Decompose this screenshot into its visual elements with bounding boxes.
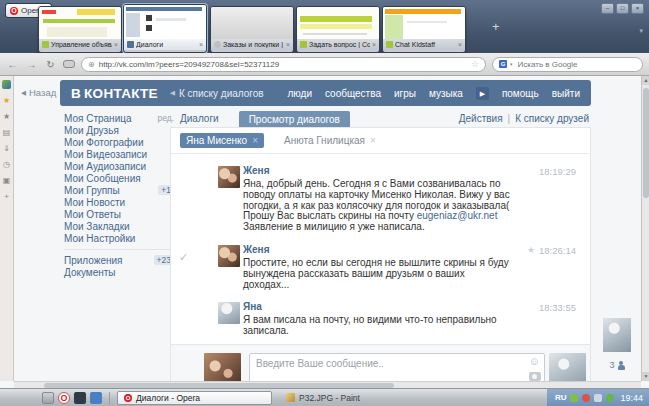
panels-icon[interactable] <box>2 80 11 89</box>
windows-icon[interactable]: ▣ <box>3 176 11 185</box>
page-back-link[interactable]: ◀ Назад <box>21 87 56 98</box>
search-input[interactable] <box>516 59 636 70</box>
close-tab-icon[interactable]: × <box>458 41 462 48</box>
wand-icon[interactable] <box>63 60 75 68</box>
language-indicator[interactable]: RU <box>555 393 567 402</box>
tab-thumbnail <box>297 7 379 39</box>
bookmark-star-icon[interactable]: ☆ <box>471 59 479 69</box>
menu-my-audio[interactable]: Мои Аудиозаписи <box>64 160 174 172</box>
search-field[interactable]: G ▾ <box>492 57 643 72</box>
tray-security-icon[interactable] <box>582 394 590 402</box>
back-button[interactable]: ← <box>6 58 19 71</box>
important-star-icon[interactable]: ★ <box>527 245 535 255</box>
task-button-paint[interactable]: P32.JPG - Paint <box>280 391 366 405</box>
media-player-icon[interactable] <box>74 392 86 404</box>
url-input[interactable] <box>99 60 467 69</box>
sender-name-link[interactable]: Яна <box>243 301 262 312</box>
menu-my-friends[interactable]: Мои Друзья <box>64 124 174 136</box>
email-link[interactable]: eugeniaz@ukr.net <box>417 210 498 221</box>
close-tab-icon[interactable]: × <box>199 41 203 48</box>
online-count: 3 <box>609 360 614 370</box>
menu-my-news[interactable]: Мои Новости <box>64 196 174 208</box>
tab-dialogs-link[interactable]: Диалоги <box>180 113 219 124</box>
task-button-opera[interactable]: O Диалоги - Opera <box>117 391 272 405</box>
tab-ask-question[interactable]: Задать вопрос | Совет... × <box>296 6 380 53</box>
add-panel-icon[interactable]: + <box>4 192 9 201</box>
show-desktop-icon[interactable] <box>42 392 54 404</box>
scroll-down-arrow[interactable]: ▼ <box>642 372 649 381</box>
tab-view-dialogs[interactable]: Просмотр диалогов <box>239 111 350 127</box>
menu-my-bookmarks[interactable]: Мои Закладки <box>64 220 174 232</box>
message-row: Женя 18:19:29 Яна, добрый день. Сегодня … <box>171 157 590 236</box>
opera-side-panel: ★ ★ ▤ ⇓ ◷ ▣ + <box>0 76 14 381</box>
scroll-up-arrow[interactable]: ▲ <box>642 76 649 85</box>
window-restore-button[interactable]: □ <box>616 3 629 14</box>
actions-link[interactable]: Действия <box>459 113 503 124</box>
widgets-star-icon[interactable]: ★ <box>3 112 10 121</box>
to-friend-list-link[interactable]: К списку друзей <box>515 113 589 124</box>
nav-people-link[interactable]: люди <box>287 88 312 99</box>
window-minimize-button[interactable]: – <box>601 3 614 14</box>
menu-my-groups[interactable]: Мои Группы +1 <box>64 184 174 196</box>
nav-communities-link[interactable]: сообщества <box>325 88 381 99</box>
selected-check-icon[interactable]: ✓ <box>179 251 188 264</box>
tab-orders[interactable]: Заказы и покупки | Со... × <box>210 6 294 53</box>
close-tab-icon[interactable]: × <box>114 41 118 48</box>
tray-network-icon[interactable] <box>594 394 602 402</box>
forward-button[interactable]: → <box>25 58 38 71</box>
close-tab-icon[interactable]: × <box>372 41 376 48</box>
avatar[interactable] <box>218 166 240 188</box>
vertical-scrollbar[interactable]: ▲ ▼ <box>641 76 649 381</box>
opera-quicklaunch-icon[interactable]: O <box>58 392 70 404</box>
to-dialog-list-link[interactable]: ◀ К списку диалогов <box>170 88 264 99</box>
bookmarks-icon[interactable]: ★ <box>3 96 10 105</box>
menu-my-videos[interactable]: Мои Видеозаписи <box>64 148 174 160</box>
menu-documents[interactable]: Документы <box>64 266 174 278</box>
window-close-button[interactable]: × <box>631 3 644 14</box>
vertical-scroll-thumb[interactable] <box>643 88 649 198</box>
reload-button[interactable]: ↻ <box>44 58 57 71</box>
nav-help-link[interactable]: помощь <box>502 88 539 99</box>
tab-chat-kidstaff[interactable]: Chat Kidstaff × <box>382 6 466 53</box>
vk-logo[interactable]: В КОНТАКТЕ <box>71 86 158 101</box>
url-field[interactable]: ⊕ ☆ <box>81 57 486 72</box>
menu-my-messages[interactable]: Мои Сообщения <box>64 172 174 184</box>
menu-apps[interactable]: Приложения +23 <box>64 254 174 266</box>
nav-games-link[interactable]: игры <box>394 88 416 99</box>
tray-update-icon[interactable] <box>570 394 578 402</box>
menu-my-photos[interactable]: Мои Фотографии <box>64 136 174 148</box>
new-tab-button[interactable]: + <box>492 19 500 34</box>
tray-status-icon[interactable] <box>606 394 614 402</box>
menu-label: Мои Группы <box>64 185 120 196</box>
avatar[interactable] <box>218 302 240 324</box>
tab-title: Заказы и покупки | Со... <box>223 41 284 48</box>
online-friend-avatar[interactable] <box>603 318 631 352</box>
attach-photo-icon[interactable] <box>529 372 541 381</box>
notes-icon[interactable]: ▤ <box>3 128 11 137</box>
nav-more-arrow-button[interactable]: ▶ <box>476 87 489 100</box>
chip-anyuta-gnilitskaya[interactable]: Анюта Гнилицкая × <box>278 133 382 148</box>
remove-chip-icon[interactable]: × <box>252 135 258 146</box>
avatar[interactable] <box>218 245 240 267</box>
menu-my-replies[interactable]: Мои Ответы <box>64 208 174 220</box>
file-manager-icon[interactable] <box>90 392 102 404</box>
emoticon-picker-icon[interactable]: ☺ <box>529 355 540 367</box>
close-tab-icon[interactable]: × <box>286 41 290 48</box>
menu-my-page[interactable]: Моя Страница ред. <box>64 112 174 124</box>
history-icon[interactable]: ◷ <box>3 160 10 169</box>
tab-dialogs[interactable]: Диалоги × <box>123 4 207 53</box>
nav-logout-link[interactable]: выйти <box>552 88 580 99</box>
chip-label: Яна Мисенко <box>186 135 247 146</box>
sender-name-link[interactable]: Женя <box>243 165 269 176</box>
remove-chip-icon[interactable]: × <box>370 135 376 146</box>
downloads-icon[interactable]: ⇓ <box>3 144 10 153</box>
search-engine-chevron-icon[interactable]: ▾ <box>510 61 513 67</box>
chip-yana-misenko[interactable]: Яна Мисенко × <box>180 133 264 148</box>
tab-list-chevron-icon[interactable]: ▾ <box>639 27 643 35</box>
menu-my-settings[interactable]: Мои Настройки <box>64 232 174 244</box>
tab-thumbnail <box>124 5 206 39</box>
vk-page: ◀ Назад В КОНТАКТЕ ◀ К списку диалогов л… <box>14 76 641 381</box>
tab-manage-ads[interactable]: Управление объявлен... × <box>38 6 122 53</box>
sender-name-link[interactable]: Женя <box>243 244 269 255</box>
nav-music-link[interactable]: музыка <box>429 88 463 99</box>
